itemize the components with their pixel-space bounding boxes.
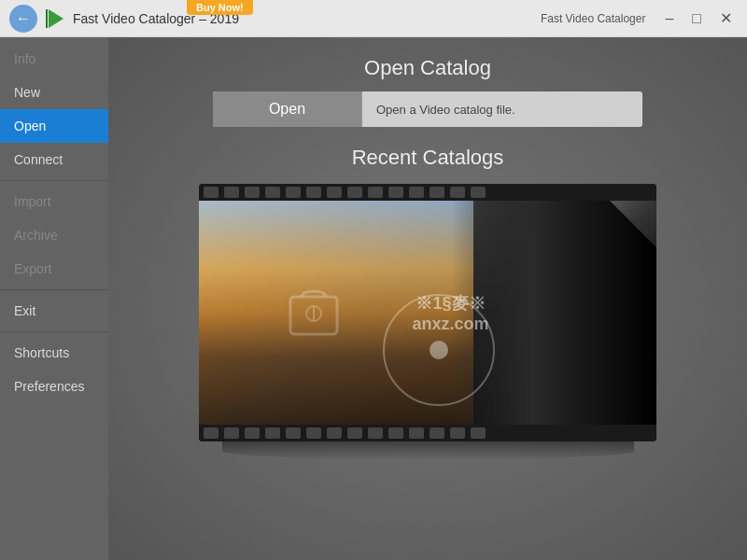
sprocket (368, 187, 383, 198)
sidebar-item-info: Info (0, 42, 108, 76)
sprocket (265, 427, 280, 439)
sprocket (327, 187, 342, 198)
sidebar-item-new[interactable]: New (0, 76, 108, 109)
sprocket-row-bottom (199, 425, 656, 441)
app-icon (45, 7, 67, 30)
film-strip-wrapper: ※1§麥※anxz.com (199, 184, 656, 460)
sprocket (368, 427, 383, 439)
sprocket (471, 187, 486, 198)
close-button[interactable]: ✕ (714, 9, 738, 28)
main-layout: Info New Open Connect Import Archive Exp… (0, 37, 747, 560)
title-bar: ← Fast Video Cataloger – 2019 Buy Now! F… (0, 0, 747, 37)
window-controls: – □ ✕ (659, 9, 738, 28)
disc-center (430, 341, 448, 359)
film-reflection (222, 441, 634, 460)
sprocket (471, 427, 486, 439)
sprocket (286, 427, 301, 439)
sprocket (409, 427, 424, 439)
peel-fold (610, 201, 656, 247)
svg-marker-0 (49, 9, 63, 28)
disc-overlay (383, 294, 495, 406)
film-content: ※1§麥※anxz.com (199, 201, 656, 425)
sprocket (224, 427, 239, 439)
sidebar-item-archive: Archive (0, 218, 108, 252)
sidebar-item-shortcuts[interactable]: Shortcuts (0, 336, 108, 370)
sprocket (306, 427, 321, 439)
sprocket (430, 187, 444, 198)
sprocket (347, 187, 362, 198)
maximize-button[interactable]: □ (686, 9, 707, 28)
sidebar-item-import: Import (0, 185, 108, 218)
minimize-button[interactable]: – (659, 9, 679, 28)
content-area: Open Catalog Open Open a Video catalog f… (108, 37, 747, 560)
sprocket (265, 187, 280, 198)
open-catalog-button[interactable]: Open (213, 91, 362, 127)
window-title: Fast Video Cataloger – 2019 (73, 11, 541, 26)
sidebar: Info New Open Connect Import Archive Exp… (0, 37, 108, 560)
sprocket-row-top (199, 184, 656, 201)
sprocket (204, 427, 218, 439)
sprocket (245, 187, 260, 198)
sprocket (388, 187, 403, 198)
back-button[interactable]: ← (9, 5, 37, 33)
open-catalog-title: Open Catalog (364, 56, 491, 80)
sprocket (286, 187, 301, 198)
sprocket (347, 427, 362, 439)
bag-icon (281, 278, 346, 343)
sidebar-item-preferences[interactable]: Preferences (0, 370, 108, 403)
sprocket (450, 427, 465, 439)
sprocket (204, 187, 218, 198)
film-strip: ※1§麥※anxz.com (199, 184, 656, 441)
sidebar-item-export: Export (0, 252, 108, 286)
sidebar-divider-2 (0, 289, 108, 290)
sprocket (306, 187, 321, 198)
recent-catalogs-title: Recent Catalogs (352, 146, 504, 170)
sidebar-item-connect[interactable]: Connect (0, 143, 108, 176)
sidebar-item-exit[interactable]: Exit (0, 294, 108, 328)
sidebar-divider-3 (0, 331, 108, 332)
bag-icon-overlay (281, 278, 346, 347)
content-inner: Open Catalog Open Open a Video catalog f… (136, 56, 719, 460)
sprocket (388, 427, 403, 439)
sprocket (409, 187, 424, 198)
sidebar-item-open[interactable]: Open (0, 109, 108, 143)
peel-corner (582, 201, 656, 275)
sprocket (224, 187, 239, 198)
sprocket (327, 427, 342, 439)
buy-now-banner[interactable]: Buy Now! (187, 0, 253, 15)
sprocket (450, 187, 465, 198)
sidebar-divider-1 (0, 180, 108, 181)
open-catalog-description: Open a Video catalog file. (362, 103, 642, 117)
sprocket (430, 427, 444, 439)
open-catalog-box: Open Open a Video catalog file. (213, 91, 642, 127)
sprocket (245, 427, 260, 439)
app-name-label: Fast Video Cataloger (541, 12, 646, 25)
